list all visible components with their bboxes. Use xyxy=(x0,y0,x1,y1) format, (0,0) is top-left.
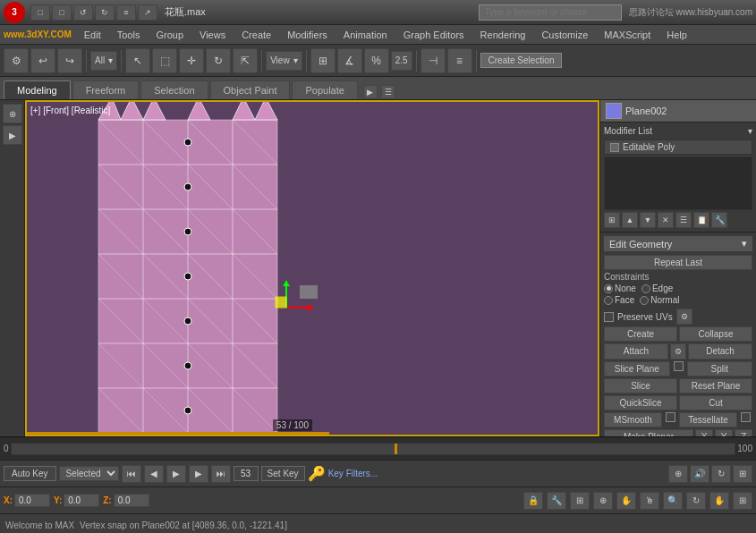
menu-animation[interactable]: Animation xyxy=(336,28,395,42)
coord-x-input[interactable] xyxy=(14,494,50,507)
playback-btn-3[interactable]: ↻ xyxy=(711,465,731,483)
tab-populate[interactable]: Populate xyxy=(292,80,357,99)
status-btn-5[interactable]: ✋ xyxy=(616,492,636,510)
menu-views[interactable]: Views xyxy=(192,28,233,42)
msmooth-checkbox[interactable] xyxy=(666,412,675,422)
mirror-btn[interactable]: ⊣ xyxy=(420,48,446,73)
align-btn[interactable]: ≡ xyxy=(447,48,472,73)
search-input[interactable] xyxy=(479,4,622,21)
anim-next-key[interactable]: ⏭ xyxy=(211,465,231,483)
win-btn-4[interactable]: ↻ xyxy=(95,4,115,21)
win-btn-2[interactable]: □ xyxy=(52,4,72,21)
status-btn-1[interactable]: 🔒 xyxy=(523,492,543,510)
zoom-dropdown[interactable]: 2.5 xyxy=(391,51,412,71)
attach-button[interactable]: Attach xyxy=(604,343,668,360)
tab-icon-2[interactable]: ☰ xyxy=(381,85,395,99)
x-button[interactable]: X xyxy=(695,429,713,436)
snap-toggle[interactable]: ⊞ xyxy=(310,48,336,73)
win-btn-5[interactable]: ≡ xyxy=(116,4,136,21)
detach-button[interactable]: Detach xyxy=(688,343,752,360)
status-btn-4[interactable]: ⊕ xyxy=(593,492,613,510)
status-btn-6[interactable]: 🖱 xyxy=(640,492,659,510)
viewport[interactable]: [+] [Front] [Realistic] xyxy=(25,100,599,436)
preserve-uvs-settings[interactable]: ⚙ xyxy=(676,309,692,325)
slice-plane-button[interactable]: Slice Plane xyxy=(604,361,670,376)
radio-face[interactable]: Face xyxy=(604,295,634,305)
collapse-button[interactable]: Collapse xyxy=(679,326,752,342)
playback-btn-4[interactable]: ⊞ xyxy=(733,465,752,483)
tab-selection[interactable]: Selection xyxy=(140,80,208,99)
auto-key-button[interactable]: Auto Key xyxy=(4,466,56,481)
toolbar-btn-2[interactable]: ↩ xyxy=(30,48,55,73)
status-btn-10[interactable]: ⊞ xyxy=(733,492,752,510)
modifier-list-arrow[interactable]: ▾ xyxy=(748,126,752,136)
radio-normal[interactable]: Normal xyxy=(640,295,679,305)
percent-snap[interactable]: % xyxy=(364,48,389,73)
menu-group[interactable]: Group xyxy=(149,28,191,42)
modifier-checkbox[interactable] xyxy=(610,143,619,152)
anim-next-frame[interactable]: ▶ xyxy=(189,465,208,483)
status-btn-8[interactable]: ↻ xyxy=(686,492,706,510)
menu-help[interactable]: Help xyxy=(659,28,694,42)
menu-graph-editors[interactable]: Graph Editors xyxy=(396,28,471,42)
y-button[interactable]: Y xyxy=(715,429,733,436)
menu-customize[interactable]: Customize xyxy=(534,28,595,42)
tab-object-paint[interactable]: Object Paint xyxy=(210,80,291,99)
mod-btn-4[interactable]: ✕ xyxy=(658,212,674,228)
coord-y-input[interactable] xyxy=(64,494,99,507)
lp-btn-2[interactable]: ▶ xyxy=(3,125,22,145)
tessellate-checkbox[interactable] xyxy=(741,412,751,422)
key-filters-link[interactable]: Key Filters... xyxy=(328,469,378,478)
angle-snap[interactable]: ∡ xyxy=(337,48,362,73)
tab-freeform[interactable]: Freeform xyxy=(72,80,140,99)
mod-btn-7[interactable]: 🔧 xyxy=(711,212,727,228)
z-button[interactable]: Z xyxy=(735,429,752,436)
menu-edit[interactable]: Edit xyxy=(77,28,108,42)
msmooth-button[interactable]: MSmooth xyxy=(604,412,662,427)
status-btn-7[interactable]: 🔍 xyxy=(663,492,683,510)
frame-number[interactable]: 53 xyxy=(234,466,259,481)
reset-plane-button[interactable]: Reset Plane xyxy=(679,378,752,393)
menu-modifiers[interactable]: Modifiers xyxy=(280,28,335,42)
playback-btn-2[interactable]: 🔊 xyxy=(690,465,709,483)
set-key-button[interactable]: Set Key xyxy=(261,466,305,481)
playback-btn-1[interactable]: ⊕ xyxy=(668,465,688,483)
mod-btn-3[interactable]: ▼ xyxy=(640,212,656,228)
mod-btn-1[interactable]: ⊞ xyxy=(604,212,620,228)
win-btn-3[interactable]: ↺ xyxy=(73,4,93,21)
mod-btn-6[interactable]: 📋 xyxy=(693,212,709,228)
create-selection-button[interactable]: Create Selection xyxy=(480,53,563,68)
scale-btn[interactable]: ⇱ xyxy=(233,48,258,73)
timeline-bar[interactable] xyxy=(11,443,736,455)
radio-none[interactable]: None xyxy=(604,283,636,293)
menu-maxscript[interactable]: MAXScript xyxy=(597,28,658,42)
attach-settings[interactable]: ⚙ xyxy=(670,343,686,360)
mod-btn-2[interactable]: ▲ xyxy=(622,212,638,228)
make-planar-button[interactable]: Make Planar xyxy=(604,429,693,436)
anim-play[interactable]: ▶ xyxy=(166,465,186,483)
menu-create[interactable]: Create xyxy=(234,28,278,42)
quickslice-button[interactable]: QuickSlice xyxy=(604,395,677,410)
menu-tools[interactable]: Tools xyxy=(110,28,148,42)
region-select-btn[interactable]: ⬚ xyxy=(152,48,177,73)
win-btn-6[interactable]: ↗ xyxy=(138,4,157,21)
slice-button[interactable]: Slice xyxy=(604,378,677,393)
lp-btn-1[interactable]: ⊕ xyxy=(3,104,22,123)
toolbar-btn-3[interactable]: ↪ xyxy=(57,48,82,73)
repeat-last-button[interactable]: Repeat Last xyxy=(604,255,752,270)
mod-btn-5[interactable]: ☰ xyxy=(675,212,692,228)
rotate-btn[interactable]: ↻ xyxy=(206,48,231,73)
status-btn-9[interactable]: ✋ xyxy=(709,492,729,510)
split-checkbox[interactable] xyxy=(674,361,684,371)
preserve-uvs-checkbox[interactable] xyxy=(604,312,614,322)
object-color-swatch[interactable] xyxy=(606,103,622,119)
tessellate-button[interactable]: Tessellate xyxy=(679,412,737,427)
tab-modeling[interactable]: Modeling xyxy=(4,80,71,99)
edit-geometry-header[interactable]: Edit Geometry ▾ xyxy=(604,236,752,251)
coord-z-input[interactable] xyxy=(114,494,149,507)
move-btn[interactable]: ✛ xyxy=(179,48,204,73)
filter-dropdown[interactable]: All ▾ xyxy=(90,51,117,71)
menu-rendering[interactable]: Rendering xyxy=(473,28,533,42)
view-dropdown[interactable]: View ▾ xyxy=(266,51,302,71)
selected-dropdown[interactable]: Selected xyxy=(59,466,119,481)
